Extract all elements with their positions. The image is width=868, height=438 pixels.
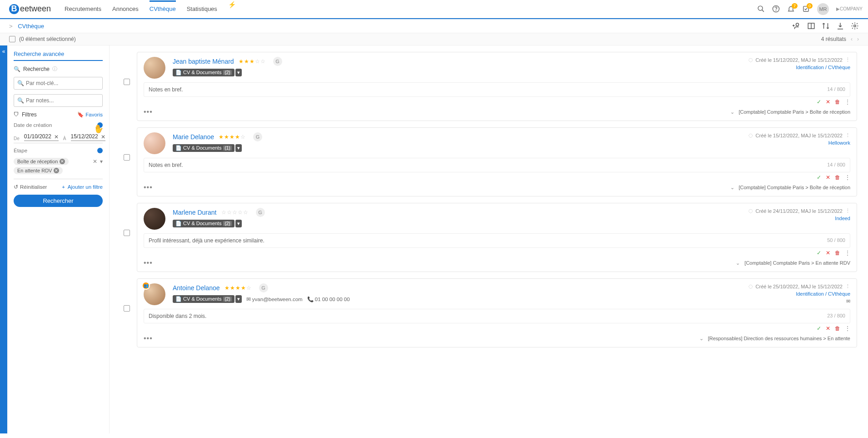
chips-clear-icon[interactable]: ✕: [93, 158, 97, 165]
source-link[interactable]: Indeed: [835, 216, 850, 221]
chip-remove-icon[interactable]: ✕: [54, 168, 59, 173]
card-menu-icon[interactable]: ⋮: [845, 57, 850, 63]
source-link[interactable]: Hellowork: [828, 140, 850, 146]
more-icon[interactable]: •••: [144, 259, 153, 267]
documents-badge[interactable]: 📄 CV & Documents (2): [173, 69, 234, 76]
candidate-name[interactable]: Antoine Delanoe: [173, 284, 220, 292]
google-icon[interactable]: G: [253, 132, 262, 141]
page-next-icon[interactable]: ›: [857, 36, 859, 42]
row-menu-icon[interactable]: ⋮: [845, 250, 850, 256]
rating-stars[interactable]: ★★★★☆: [224, 285, 252, 291]
favoris-link[interactable]: 🔖 Favoris: [77, 111, 103, 118]
columns-icon[interactable]: [807, 22, 815, 30]
documents-dropdown-icon[interactable]: ▾: [235, 69, 242, 76]
chip-rdv[interactable]: En attente RDV✕: [14, 167, 63, 174]
company-logo[interactable]: ▶ COMPANY: [836, 5, 859, 14]
candidate-avatar[interactable]: [144, 208, 165, 230]
chip-remove-icon[interactable]: ✕: [60, 159, 65, 164]
date-to-input[interactable]: 15/12/2022: [71, 132, 105, 141]
chip-inbox[interactable]: Boîte de réception✕: [14, 158, 69, 165]
notes-box[interactable]: Notes en bref. 14 / 800: [144, 82, 850, 97]
rating-stars[interactable]: ☆☆☆☆☆: [221, 209, 249, 216]
reset-filters[interactable]: ↺Réinitialiser: [14, 184, 47, 190]
select-all-checkbox[interactable]: [9, 36, 15, 42]
pipeline-path[interactable]: [Comptable] Comptable Paris > Boîte de r…: [739, 109, 851, 115]
reject-icon[interactable]: ✕: [826, 325, 830, 332]
reject-icon[interactable]: ✕: [826, 174, 830, 181]
expand-pipeline-icon[interactable]: ⌄: [730, 109, 734, 115]
nav-cvtheque[interactable]: CVthèque: [150, 1, 176, 17]
documents-dropdown-icon[interactable]: ▾: [235, 220, 242, 227]
bolt-icon[interactable]: ⚡: [228, 1, 236, 17]
candidate-name[interactable]: Marie Delanoe: [173, 133, 214, 141]
sidebar-tab[interactable]: Recherche avancée: [14, 51, 103, 57]
pipeline-path[interactable]: [Comptable] Comptable Paris > En attente…: [744, 260, 850, 266]
sidebar-collapse[interactable]: «: [0, 45, 7, 433]
logo[interactable]: Beetween: [9, 4, 51, 14]
documents-dropdown-icon[interactable]: ▾: [235, 295, 242, 303]
phone-contact[interactable]: 📞 01 00 00 00 00: [307, 296, 350, 302]
nav-annonces[interactable]: Annonces: [112, 1, 139, 17]
date-to-clear-icon[interactable]: ✕: [101, 134, 105, 140]
help-hint-icon[interactable]: ⓘ: [52, 65, 57, 72]
breadcrumb-page[interactable]: CVthèque: [18, 23, 44, 30]
notes-box[interactable]: Notes en bref. 14 / 800: [144, 158, 850, 172]
reject-icon[interactable]: ✕: [826, 250, 830, 256]
rating-stars[interactable]: ★★★★☆: [219, 134, 246, 140]
date-from-input[interactable]: 01/10/2022: [24, 132, 59, 141]
notifications-icon[interactable]: 7: [787, 5, 795, 13]
documents-dropdown-icon[interactable]: ▾: [235, 144, 242, 152]
card-menu-icon[interactable]: ⋮: [845, 132, 850, 138]
mail-icon[interactable]: ✉: [846, 298, 850, 304]
expand-pipeline-icon[interactable]: ⌄: [736, 260, 740, 266]
card-menu-icon[interactable]: ⋮: [845, 283, 850, 289]
more-icon[interactable]: •••: [144, 108, 153, 116]
card-checkbox[interactable]: [124, 79, 130, 86]
notes-box[interactable]: Profil intéressant, déjà une expérience …: [144, 233, 850, 248]
download-icon[interactable]: [836, 22, 844, 30]
help-icon[interactable]: [772, 5, 780, 13]
notes-box[interactable]: Disponible dans 2 mois. 23 / 800: [144, 309, 850, 323]
add-person-icon[interactable]: [793, 22, 801, 30]
card-checkbox[interactable]: [124, 230, 130, 237]
rating-stars[interactable]: ★★★☆☆: [239, 58, 266, 65]
accept-icon[interactable]: ✓: [817, 325, 821, 332]
candidate-avatar[interactable]: [144, 57, 165, 79]
row-menu-icon[interactable]: ⋮: [845, 325, 850, 332]
card-checkbox[interactable]: [124, 305, 130, 313]
notes-input[interactable]: [14, 94, 103, 107]
documents-badge[interactable]: 📄 CV & Documents (2): [173, 220, 234, 227]
google-icon[interactable]: G: [256, 208, 265, 217]
source-link[interactable]: Identification / CVthèque: [796, 291, 850, 297]
stage-active-dot[interactable]: [97, 148, 103, 153]
card-checkbox[interactable]: [124, 154, 130, 162]
delete-icon[interactable]: 🗑: [835, 325, 840, 332]
delete-icon[interactable]: 🗑: [835, 250, 840, 256]
accept-icon[interactable]: ✓: [817, 250, 821, 256]
tasks-icon[interactable]: 0: [802, 5, 810, 13]
keyword-input[interactable]: [14, 77, 103, 90]
accept-icon[interactable]: ✓: [817, 174, 821, 181]
candidate-avatar[interactable]: [144, 132, 165, 154]
filter-active-dot[interactable]: [97, 122, 103, 128]
expand-pipeline-icon[interactable]: ⌄: [730, 185, 734, 191]
search-button[interactable]: Rechercher: [14, 195, 103, 207]
accept-icon[interactable]: ✓: [817, 99, 821, 105]
row-menu-icon[interactable]: ⋮: [845, 174, 850, 181]
nav-recrutements[interactable]: Recrutements: [65, 1, 101, 17]
more-icon[interactable]: •••: [144, 183, 153, 191]
pipeline-path[interactable]: [Comptable] Comptable Paris > Boîte de r…: [739, 185, 851, 190]
email-contact[interactable]: ✉ yvan@beetween.com: [246, 296, 303, 302]
sort-icon[interactable]: [822, 22, 830, 30]
row-menu-icon[interactable]: ⋮: [845, 99, 850, 105]
google-icon[interactable]: G: [259, 283, 268, 292]
candidate-name[interactable]: Jean baptiste Ménard: [173, 58, 234, 65]
google-icon[interactable]: G: [273, 57, 282, 66]
candidate-name[interactable]: Marlene Durant: [173, 209, 217, 216]
page-prev-icon[interactable]: ‹: [851, 36, 853, 42]
user-avatar[interactable]: MR: [817, 3, 829, 15]
candidate-avatar[interactable]: 👥: [144, 283, 165, 305]
delete-icon[interactable]: 🗑: [835, 99, 840, 105]
gear-icon[interactable]: [851, 22, 859, 30]
documents-badge[interactable]: 📄 CV & Documents (2): [173, 295, 234, 303]
